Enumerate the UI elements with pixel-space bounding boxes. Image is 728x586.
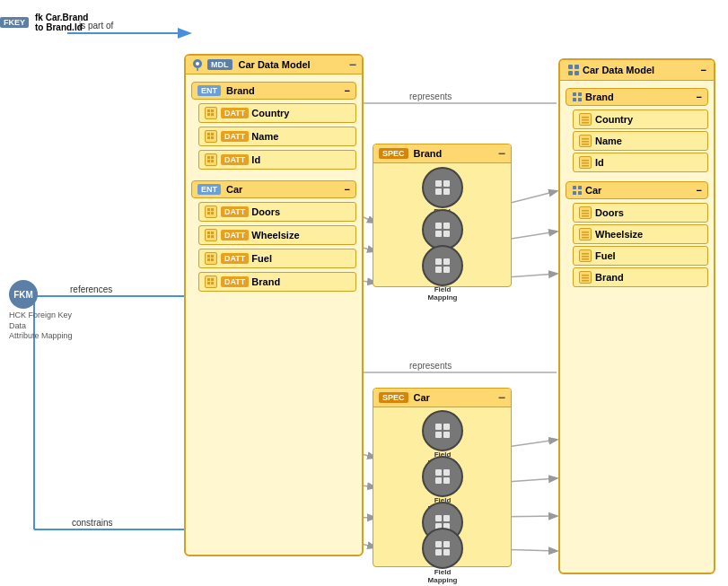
datt-car-brand-icon	[205, 276, 217, 288]
datt-fuel-label: Fuel	[251, 253, 272, 264]
right-car-label: Car	[585, 185, 601, 196]
fkm-fullname: HCK Foreign Key Data Attribute Mapping	[9, 310, 81, 342]
fkey-label: FKEY fk Car.Brand to Brand.Id	[0, 13, 88, 32]
svg-rect-65	[435, 180, 442, 187]
svg-rect-80	[443, 432, 450, 438]
datt-badge-fuel: DATT	[221, 253, 249, 264]
datt-badge-country: DATT	[221, 108, 249, 118]
right-car-collapse[interactable]: −	[697, 185, 702, 196]
spec-car-header: SPEC Car −	[373, 389, 511, 407]
spec-brand-label: Brand	[414, 148, 443, 159]
fkey-desc: fk Car.Brand to Brand.Id	[35, 13, 88, 32]
svg-rect-102	[582, 119, 589, 121]
svg-rect-106	[582, 144, 589, 145]
svg-point-35	[196, 62, 199, 66]
right-doors-icon	[579, 206, 592, 219]
svg-rect-47	[207, 160, 210, 162]
svg-rect-111	[578, 186, 582, 189]
diagram: is part of references constrains represe…	[0, 0, 728, 586]
right-fuel-icon	[579, 249, 592, 262]
ent-car-section: ENT Car − DATT Doors DATT Wheelsize	[191, 180, 356, 292]
svg-rect-108	[582, 162, 589, 164]
spec-car-badge: SPEC	[379, 392, 408, 403]
right-car-brand-label: Brand	[595, 272, 624, 283]
datt-car-brand: DATT Brand	[198, 272, 356, 292]
fm-car-brand: FieldMapping	[416, 528, 469, 585]
datt-badge-car-brand: DATT	[221, 276, 249, 287]
right-car-header: Car −	[566, 181, 708, 199]
fm-brand-id: FieldMapping	[416, 245, 469, 302]
datt-badge-name: DATT	[221, 131, 249, 142]
svg-rect-78	[443, 424, 450, 430]
svg-rect-96	[575, 71, 579, 75]
svg-rect-109	[582, 165, 589, 167]
right-brand-collapse[interactable]: −	[697, 92, 702, 102]
svg-rect-42	[211, 133, 214, 136]
fkm-circle: FKM HCK Foreign Key Data Attribute Mappi…	[9, 280, 81, 342]
right-brand-name: Name	[573, 131, 708, 151]
right-doors-label: Doors	[595, 207, 624, 218]
svg-rect-40	[211, 113, 214, 116]
svg-rect-86	[443, 515, 450, 521]
right-fuel-label: Fuel	[595, 250, 616, 261]
svg-rect-90	[443, 541, 450, 547]
svg-rect-56	[211, 235, 214, 238]
datt-doors: DATT Doors	[198, 202, 356, 222]
right-brand-header: Brand −	[566, 88, 708, 106]
datt-country-label: Country	[251, 108, 289, 118]
svg-rect-104	[582, 138, 589, 140]
svg-rect-112	[573, 191, 576, 195]
spec-car-box: SPEC Car − FieldMapping FieldMapping Fie…	[373, 388, 512, 567]
svg-rect-119	[582, 237, 589, 239]
spec-car-label: Car	[414, 392, 430, 403]
ent-brand-collapse[interactable]: −	[345, 85, 350, 96]
spec-brand-header: SPEC Brand −	[373, 144, 511, 163]
svg-rect-68	[443, 188, 450, 195]
spec-brand-collapse[interactable]: −	[498, 147, 505, 160]
datt-country-icon	[205, 107, 217, 119]
svg-rect-114	[582, 210, 589, 212]
right-brand-grid-icon	[572, 92, 583, 102]
svg-rect-118	[582, 234, 589, 236]
right-brand-id: Id	[573, 153, 708, 172]
svg-rect-57	[207, 255, 210, 258]
svg-rect-51	[207, 212, 210, 214]
svg-rect-45	[207, 156, 210, 159]
ent-car-label: Car	[226, 184, 242, 195]
pin-icon	[191, 58, 204, 71]
fm-car-brand-label: FieldMapping	[428, 569, 458, 585]
svg-rect-105	[582, 141, 589, 143]
mdl-collapse-btn[interactable]: −	[349, 58, 356, 71]
svg-rect-84	[443, 477, 450, 484]
right-panel-header: Car Data Model −	[560, 60, 714, 81]
datt-badge-doors: DATT	[221, 206, 249, 217]
svg-rect-91	[435, 549, 442, 555]
ent-car-collapse[interactable]: −	[345, 184, 350, 195]
datt-badge-wheelsize: DATT	[221, 230, 249, 241]
svg-rect-107	[582, 160, 589, 162]
svg-rect-55	[207, 235, 210, 238]
datt-id-icon	[205, 153, 217, 166]
right-panel-collapse[interactable]: −	[701, 65, 706, 75]
svg-rect-117	[582, 232, 589, 233]
fkm-badge: FKM	[9, 280, 38, 309]
mdl-badge: MDL	[207, 59, 232, 70]
spec-brand-badge: SPEC	[379, 148, 408, 159]
svg-text:constrains: constrains	[72, 518, 113, 528]
svg-text:represents: represents	[409, 361, 452, 371]
svg-rect-81	[435, 469, 442, 476]
svg-rect-60	[211, 258, 214, 261]
right-car-brand-icon	[579, 271, 592, 284]
spec-car-collapse[interactable]: −	[498, 391, 505, 404]
svg-rect-46	[211, 156, 214, 159]
svg-rect-99	[573, 98, 576, 101]
spec-brand-box: SPEC Brand − FieldMapping FieldMapping	[373, 144, 512, 287]
svg-rect-125	[582, 280, 589, 282]
grid-icon	[567, 64, 580, 76]
svg-rect-49	[207, 208, 210, 211]
svg-rect-43	[207, 136, 210, 139]
svg-rect-92	[443, 549, 450, 555]
right-name-label: Name	[595, 136, 622, 146]
datt-name: DATT Name	[198, 127, 356, 146]
svg-rect-37	[207, 109, 210, 112]
